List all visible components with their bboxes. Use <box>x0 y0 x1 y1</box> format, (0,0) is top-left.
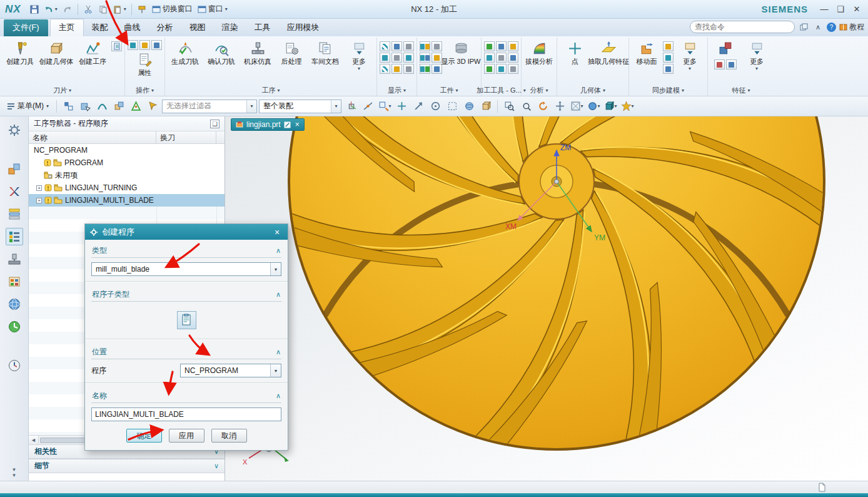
cut-button[interactable] <box>81 3 95 16</box>
part-tab[interactable]: lingjian.prt × <box>231 118 305 131</box>
mini-icon[interactable] <box>128 40 138 50</box>
tutorial-button[interactable]: 教程 <box>839 22 864 33</box>
help-icon[interactable]: ? <box>827 23 836 32</box>
type-section-header[interactable]: 类型 ∧ <box>91 243 281 258</box>
column-toolchange[interactable]: 换刀 <box>156 131 216 143</box>
group-label-operations[interactable]: 操作▾ <box>125 86 164 95</box>
dialog-titlebar[interactable]: 创建程序 × <box>85 224 288 240</box>
point-button[interactable]: 点 <box>560 39 590 68</box>
undock-icon[interactable]: ❑ <box>210 120 220 128</box>
point-constructor-icon[interactable] <box>394 99 409 114</box>
pan-view-icon[interactable] <box>552 99 567 114</box>
plus-tool-icon[interactable]: ▾ <box>377 99 392 114</box>
selection-filter-dropdown[interactable]: 无选择过滤器▾ <box>162 100 257 113</box>
duplicate-window-icon[interactable] <box>798 21 809 33</box>
tree-row[interactable]: + LINGJIAN_TURNING <box>29 182 225 194</box>
group-label-display[interactable]: 显示▾ <box>377 86 416 95</box>
perspective-icon[interactable]: ▾ <box>569 99 584 114</box>
copy-button[interactable] <box>96 3 110 16</box>
tab-assembly[interactable]: 装配 <box>84 19 116 36</box>
mini-icon[interactable] <box>420 64 430 74</box>
mini-icon[interactable] <box>496 64 507 74</box>
synchronous-more-button[interactable]: 更多 ▾ <box>675 39 705 73</box>
window-menu-button[interactable]: 窗口▾ <box>196 3 230 16</box>
scheduler-icon[interactable] <box>6 357 23 374</box>
mini-icon[interactable] <box>484 53 495 63</box>
web-browser-icon[interactable] <box>6 295 23 313</box>
feature-more-button[interactable]: 更多 ▾ <box>742 39 772 73</box>
properties-button[interactable]: 属性 <box>130 50 160 79</box>
mini-icon[interactable] <box>496 41 507 51</box>
feature-button[interactable] <box>710 39 740 59</box>
wcs-orient-icon[interactable] <box>343 99 358 114</box>
draft-analysis-button[interactable]: 拔模分析 <box>524 39 554 68</box>
mini-icon[interactable] <box>663 53 674 63</box>
mini-icon[interactable] <box>403 64 414 74</box>
create-geometry-button[interactable]: 创建几何体 <box>39 39 74 68</box>
apply-button[interactable]: 应用 <box>169 429 204 443</box>
arrow-ne-icon[interactable] <box>411 99 426 114</box>
history-icon[interactable] <box>6 318 23 336</box>
dialog-close-icon[interactable]: × <box>271 227 283 237</box>
dropdown-arrow-icon[interactable]: ▾ <box>270 364 281 377</box>
ok-button[interactable]: 确定 <box>126 429 162 443</box>
mini-icon[interactable] <box>380 64 390 74</box>
scroll-left-icon[interactable]: ◄ <box>29 436 39 444</box>
mini-icon[interactable] <box>663 64 674 74</box>
mini-icon[interactable] <box>663 41 674 51</box>
tab-tools[interactable]: 工具 <box>246 19 279 36</box>
select-edge-icon[interactable] <box>94 99 109 114</box>
program-subtype-button[interactable] <box>177 311 196 329</box>
expand-icon[interactable]: + <box>36 198 42 203</box>
circle-center-icon[interactable] <box>428 99 443 114</box>
render-style-icon[interactable]: ▾ <box>603 99 618 114</box>
selection-scope-dropdown[interactable]: 整个装配▾ <box>259 100 341 113</box>
switch-window-button[interactable]: 切换窗口 <box>150 3 194 16</box>
undo-button[interactable]: ▾ <box>43 3 59 16</box>
select-component-icon[interactable] <box>111 99 126 114</box>
group-label-synchronous[interactable]: 同步建模▾ <box>629 86 707 95</box>
mini-icon[interactable] <box>484 64 495 74</box>
box-select-icon[interactable] <box>445 99 460 114</box>
paste-button[interactable]: ▾ <box>111 3 128 16</box>
mini-icon[interactable] <box>420 53 430 63</box>
sphere-icon[interactable] <box>462 99 477 114</box>
part-navigator-icon[interactable] <box>6 205 23 223</box>
mini-icon[interactable] <box>403 53 414 63</box>
resource-bar-overflow[interactable]: ▾▾ <box>13 467 16 478</box>
mini-icon[interactable] <box>508 41 518 51</box>
mini-icon[interactable] <box>714 59 725 69</box>
mini-icon[interactable] <box>151 40 162 50</box>
dropdown-arrow-icon[interactable]: ▾ <box>270 263 281 275</box>
verify-toolpath-button[interactable]: 确认刀轨 <box>204 39 239 68</box>
group-label-workpiece[interactable]: 工件▾ <box>417 86 481 95</box>
tab-view[interactable]: 视图 <box>181 19 214 36</box>
group-label-insert[interactable]: 刀片▾ <box>0 86 124 95</box>
mini-icon[interactable] <box>508 53 518 63</box>
command-search[interactable] <box>690 21 795 33</box>
tab-file[interactable]: 文件(F) <box>4 19 48 36</box>
location-section-header[interactable]: 位置 ∧ <box>91 345 281 359</box>
tab-application-modules[interactable]: 应用模块 <box>279 19 328 36</box>
column-name[interactable]: 名称 <box>29 131 156 143</box>
zoom-window-icon[interactable] <box>502 99 517 114</box>
menu-button[interactable]: 菜单(M)▾ <box>3 100 53 113</box>
tab-curve[interactable]: 曲线 <box>116 19 149 36</box>
tree-row[interactable]: NC_PROGRAM <box>29 144 225 156</box>
cube-icon[interactable] <box>478 99 493 114</box>
shop-doc-button[interactable]: 车间文档 <box>308 39 343 68</box>
details-section[interactable]: 细节 ∨ <box>29 459 225 473</box>
mini-icon[interactable] <box>726 59 737 69</box>
mini-icon[interactable] <box>391 41 402 51</box>
type-dropdown[interactable]: mill_multi_blade ▾ <box>91 262 281 276</box>
generate-toolpath-button[interactable]: 生成刀轨 <box>168 39 203 68</box>
tree-row-selected[interactable]: + LINGJIAN_MULTI_BLADE <box>29 194 225 207</box>
name-section-header[interactable]: 名称 ∧ <box>91 389 281 403</box>
assembly-navigator-icon[interactable] <box>6 160 23 178</box>
redo-button[interactable] <box>61 3 74 16</box>
cancel-button[interactable]: 取消 <box>211 429 247 443</box>
effects-icon[interactable]: ▾ <box>620 99 635 114</box>
program-name-input[interactable] <box>91 407 281 421</box>
mini-icon[interactable] <box>484 41 495 51</box>
mini-icon[interactable] <box>403 41 414 51</box>
